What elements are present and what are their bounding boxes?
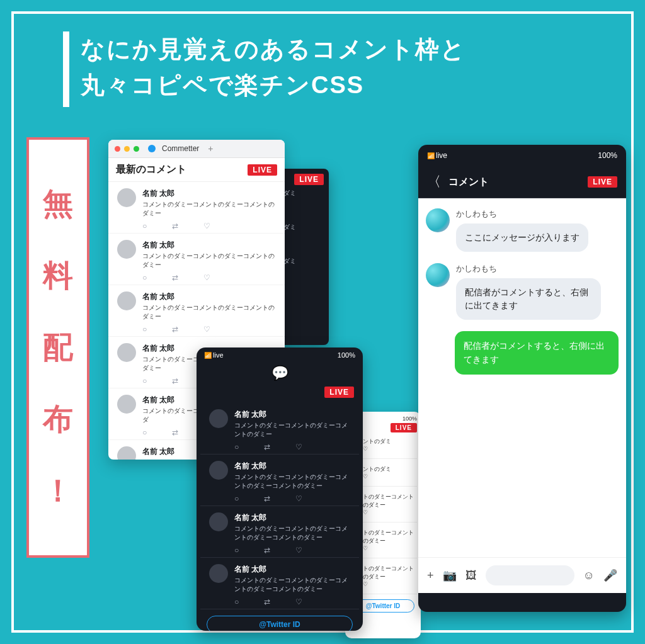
comment-text: コメントのダミーコメントのダミーコメントのダミー xyxy=(142,252,276,269)
chat-phone-preview: live 100% 〈 コメント LIVE かしわもち ここにメッセージが入りま… xyxy=(418,145,626,612)
section-title: 最新のコメント xyxy=(116,163,186,176)
comment-author: 名前 太郎 xyxy=(142,291,276,302)
back-icon[interactable]: 〈 xyxy=(427,172,441,191)
retweet-icon[interactable]: ⇄ xyxy=(264,494,270,503)
comment-row: 名前 太郎 コメントのダミーコメントのダミーコメントのダミー ○ ⇄ ♡ xyxy=(108,182,285,234)
commetter-header: 最新のコメント LIVE xyxy=(108,158,285,182)
like-icon[interactable]: ♡ xyxy=(295,597,302,606)
comment-text: コメントのダミーコメントのダミーコメントのダミーコメントのダミー xyxy=(234,524,350,542)
chat-message: かしわもち ここにメッセージが入ります xyxy=(426,208,619,252)
comment-text: コメントのダミーコメントのダミーコメントのダミーコメントのダミー xyxy=(234,473,350,490)
phone-top: 💬 xyxy=(197,363,363,384)
heading-line-2: 丸々コピペで楽チンCSS xyxy=(81,72,364,98)
reply-icon[interactable]: ○ xyxy=(142,376,147,385)
like-icon[interactable]: ♡ xyxy=(295,494,302,503)
tab-title[interactable]: Commetter xyxy=(162,144,199,153)
chat-input-bar: + 📷 🖼 ☺ 🎤 xyxy=(418,557,626,593)
maximize-icon[interactable] xyxy=(134,146,139,152)
like-icon[interactable]: ♡ xyxy=(203,222,210,230)
comment-row: 名前 太郎 コメントのダミーコメントのダミーコメントのダミー ○ ⇄ ♡ xyxy=(200,403,359,455)
minimize-icon[interactable] xyxy=(124,146,130,152)
heading-accent-bar xyxy=(63,31,69,107)
status-bar: live 100% xyxy=(197,347,363,363)
comment-text: コメントのダミーコメントのダミーコメントのダミー xyxy=(142,200,276,218)
retweet-icon[interactable]: ⇄ xyxy=(264,597,270,606)
reply-icon[interactable]: ○ xyxy=(234,597,239,606)
reply-icon[interactable]: ○ xyxy=(142,273,147,282)
live-badge: LIVE xyxy=(294,174,324,185)
reply-icon[interactable]: ○ xyxy=(142,428,147,437)
like-icon[interactable]: ♡ xyxy=(295,443,302,451)
chat-body: かしわもち ここにメッセージが入ります かしわもち 配信者がコメントすると、右側… xyxy=(418,198,626,557)
message-input[interactable] xyxy=(486,565,574,585)
reply-icon[interactable]: ○ xyxy=(234,546,239,555)
avatar[interactable] xyxy=(209,564,228,583)
chat-bubble-own: 配信者がコメントすると、右側に出てきます xyxy=(455,331,619,375)
avatar[interactable] xyxy=(117,395,136,414)
badge-char: 無 xyxy=(43,184,73,224)
chat-sender-name: かしわもち xyxy=(456,263,619,274)
like-icon[interactable]: ♡ xyxy=(203,325,210,334)
like-icon[interactable]: ♡ xyxy=(295,546,302,555)
retweet-icon[interactable]: ⇄ xyxy=(172,273,178,282)
new-tab-button[interactable]: + xyxy=(208,144,213,154)
comment-author: 名前 太郎 xyxy=(142,188,276,199)
chat-sender-name: かしわもち xyxy=(456,208,619,220)
chat-message-own: 配信者がコメントすると、右側に出てきます xyxy=(426,331,619,375)
reply-icon[interactable]: ○ xyxy=(234,494,239,503)
avatar[interactable] xyxy=(117,188,136,207)
mic-icon[interactable]: 🎤 xyxy=(603,568,617,582)
retweet-icon[interactable]: ⇄ xyxy=(172,222,178,230)
tab-icon xyxy=(148,145,156,152)
comment-text: コメントのダミーコメントのダミーコメントのダミー xyxy=(234,421,350,439)
smile-icon[interactable]: ☺ xyxy=(583,569,595,582)
reply-icon[interactable]: ○ xyxy=(142,222,147,230)
avatar[interactable] xyxy=(117,291,136,310)
reply-icon[interactable]: ○ xyxy=(234,443,239,451)
signal-icon: live xyxy=(204,351,224,359)
retweet-icon[interactable]: ⇄ xyxy=(172,428,178,437)
phone-header: LIVE xyxy=(197,384,363,403)
speech-bubble-icon[interactable]: 💬 xyxy=(271,365,288,381)
retweet-icon[interactable]: ⇄ xyxy=(264,443,270,451)
avatar[interactable] xyxy=(209,512,228,531)
chat-title: コメント xyxy=(448,176,580,189)
like-icon[interactable]: ♡ xyxy=(203,273,210,282)
battery-label: 100% xyxy=(338,351,355,359)
reply-icon[interactable]: ○ xyxy=(142,325,147,334)
heading-line-1: なにか見覚えのあるコメント枠と xyxy=(81,36,466,62)
avatar[interactable] xyxy=(426,263,450,287)
live-badge: LIVE xyxy=(391,423,417,432)
page-heading: なにか見覚えのあるコメント枠と 丸々コピペで楽チンCSS xyxy=(63,31,620,107)
free-distribution-badge: 無 料 配 布 ！ xyxy=(26,137,89,558)
avatar[interactable] xyxy=(426,208,450,232)
close-icon[interactable] xyxy=(115,146,120,152)
avatar[interactable] xyxy=(117,240,136,259)
chat-bubble: 配信者がコメントすると、右側に出てきます xyxy=(456,278,601,320)
badge-char: 配 xyxy=(43,327,73,368)
live-badge: LIVE xyxy=(588,176,617,188)
retweet-icon[interactable]: ⇄ xyxy=(172,325,178,334)
window-titlebar: Commetter + xyxy=(108,140,285,158)
twitter-id-pill[interactable]: @Twitter ID xyxy=(207,616,353,631)
picture-icon[interactable]: 🖼 xyxy=(465,569,477,582)
live-badge: LIVE xyxy=(248,164,277,176)
mini-text: トのダミーコメントのダミー♡ xyxy=(363,529,417,551)
retweet-icon[interactable]: ⇄ xyxy=(172,376,178,385)
chat-header: 〈 コメント LIVE xyxy=(418,166,626,198)
avatar[interactable] xyxy=(117,446,136,460)
mini-text: ントのダミ♡ xyxy=(363,465,391,480)
camera-icon[interactable]: 📷 xyxy=(443,568,457,582)
battery-label: 100% xyxy=(402,415,417,422)
dark-comment-list: 名前 太郎 コメントのダミーコメントのダミーコメントのダミー ○ ⇄ ♡ 名前 … xyxy=(197,403,363,609)
comment-row: 名前 太郎 コメントのダミーコメントのダミーコメントのダミー ○ ⇄ ♡ xyxy=(108,234,285,285)
plus-icon[interactable]: + xyxy=(427,569,434,582)
avatar[interactable] xyxy=(117,343,136,362)
chat-bubble: ここにメッセージが入ります xyxy=(456,223,588,252)
status-bar: live 100% xyxy=(418,145,626,166)
avatar[interactable] xyxy=(209,461,228,480)
signal-icon: live xyxy=(427,151,447,160)
avatar[interactable] xyxy=(209,409,228,428)
comment-author: 名前 太郎 xyxy=(142,240,276,251)
retweet-icon[interactable]: ⇄ xyxy=(264,546,270,555)
